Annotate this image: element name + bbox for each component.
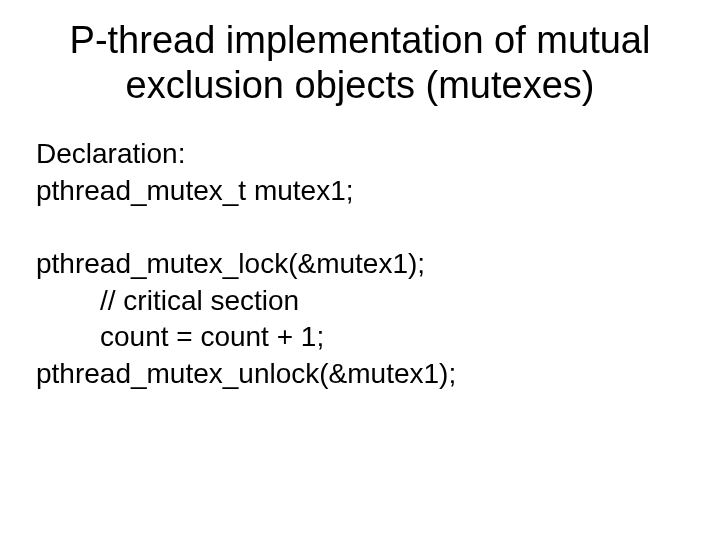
blank-line <box>36 210 684 246</box>
slide-title: P-thread implementation of mutual exclus… <box>36 18 684 108</box>
declaration-label: Declaration: <box>36 136 684 173</box>
critical-section-comment: // critical section <box>36 283 684 320</box>
declaration-code: pthread_mutex_t mutex1; <box>36 173 684 210</box>
critical-section-code: count = count + 1; <box>36 319 684 356</box>
title-line-2: exclusion objects (mutexes) <box>126 64 595 106</box>
unlock-call: pthread_mutex_unlock(&mutex1); <box>36 356 684 393</box>
title-line-1: P-thread implementation of mutual <box>70 19 651 61</box>
lock-call: pthread_mutex_lock(&mutex1); <box>36 246 684 283</box>
slide-body: Declaration: pthread_mutex_t mutex1; pth… <box>36 136 684 394</box>
slide: P-thread implementation of mutual exclus… <box>0 0 720 540</box>
